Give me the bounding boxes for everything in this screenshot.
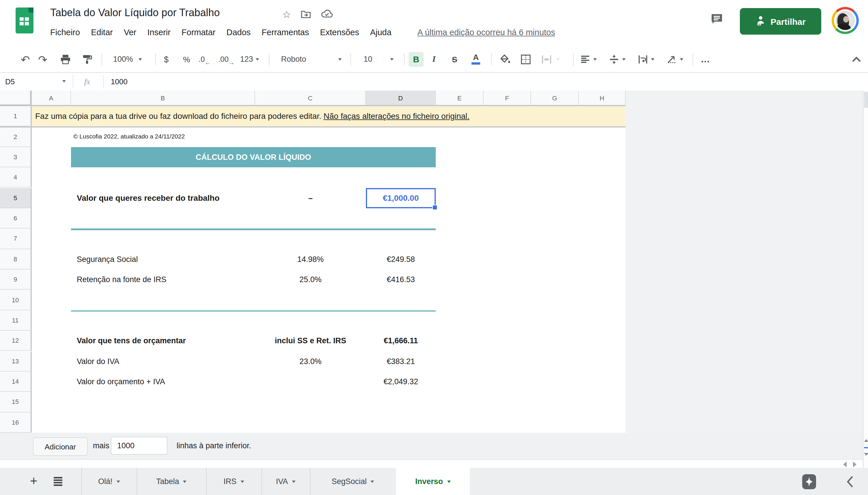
document-title[interactable]: Tabela do Valor Líquido por Trabalho xyxy=(50,7,220,19)
menu-inserir[interactable]: Inserir xyxy=(147,28,171,37)
scroll-right-icon[interactable] xyxy=(853,462,856,467)
menu-ficheiro[interactable]: Ficheiro xyxy=(50,28,80,37)
row-header-4[interactable]: 4 xyxy=(0,167,32,188)
text-rotation-menu[interactable] xyxy=(667,46,683,72)
undo-icon[interactable]: ↶ xyxy=(21,46,30,72)
row-header-2[interactable]: 2 xyxy=(0,126,32,147)
last-edit-link[interactable]: A última edição ocorreu há 6 minutos xyxy=(418,28,555,37)
horizontal-scrollbar[interactable] xyxy=(0,459,863,468)
tab-irs[interactable]: IRS xyxy=(206,468,261,495)
italic-button[interactable]: I xyxy=(432,46,436,72)
select-all-corner[interactable] xyxy=(0,90,32,106)
row-header-10[interactable]: 10 xyxy=(0,290,32,310)
iva-pct-cell[interactable]: 23.0% xyxy=(255,351,366,372)
scroll-down-icon[interactable] xyxy=(864,453,868,456)
borders-icon[interactable] xyxy=(521,46,531,72)
row-header-8[interactable]: 8 xyxy=(0,249,32,269)
row-header-6[interactable]: 6 xyxy=(0,208,32,229)
paint-format-icon[interactable] xyxy=(82,46,92,72)
name-box-caret-icon[interactable] xyxy=(62,80,66,83)
row-header-7[interactable]: 7 xyxy=(0,229,32,249)
font-select[interactable]: Roboto xyxy=(281,46,342,72)
zoom-select[interactable]: 100% xyxy=(113,46,142,72)
irs-value-cell[interactable]: €416.53 xyxy=(366,269,436,290)
add-rows-button[interactable]: Adicionar xyxy=(33,437,88,456)
column-header-c[interactable]: C xyxy=(255,90,366,106)
column-header-h[interactable]: H xyxy=(579,90,626,106)
number-format-menu[interactable]: 123 xyxy=(240,46,259,72)
cloud-check-icon[interactable] xyxy=(321,9,333,21)
vertical-scrollbar[interactable] xyxy=(863,90,868,468)
prev-sheets-chevron-icon[interactable] xyxy=(846,475,854,490)
star-icon[interactable]: ☆ xyxy=(282,8,291,20)
menu-ver[interactable]: Ver xyxy=(124,28,136,37)
increase-decimals-button[interactable]: .00→ xyxy=(218,46,234,72)
all-sheets-icon[interactable] xyxy=(53,477,63,489)
total-value-cell[interactable]: €2,049.32 xyxy=(366,372,436,392)
ss-label-cell[interactable]: Segurança Social xyxy=(77,249,138,269)
tab-iva[interactable]: IVA xyxy=(261,468,310,495)
budget-label-cell[interactable]: Valor que tens de orçamentar xyxy=(77,330,186,351)
row-header-1[interactable]: 1 xyxy=(0,106,32,126)
input-label-cell[interactable]: Valor que queres receber do trabalho xyxy=(77,188,220,208)
menu-ajuda[interactable]: Ajuda xyxy=(370,28,391,37)
empty-sheet-area[interactable] xyxy=(626,90,863,433)
notice-banner-cell[interactable]: Faz uma cópia para a tua drive ou faz do… xyxy=(32,106,626,126)
column-header-e[interactable]: E xyxy=(436,90,483,106)
text-wrap-menu[interactable] xyxy=(638,46,654,72)
horizontal-align-menu[interactable] xyxy=(581,46,597,72)
row-header-3[interactable]: 3 xyxy=(0,147,32,168)
menu-formatar[interactable]: Formatar xyxy=(182,28,216,37)
tab-ola[interactable]: Olá! xyxy=(81,468,137,495)
ss-value-cell[interactable]: €249.58 xyxy=(366,249,436,269)
name-box[interactable]: D5 xyxy=(5,73,15,90)
move-folder-icon[interactable] xyxy=(301,10,311,21)
section-title-cell[interactable]: CÁLCULO DO VALOR LÍQUIDO xyxy=(71,147,436,168)
comment-icon[interactable] xyxy=(711,13,723,28)
explore-sparkle-button[interactable] xyxy=(802,474,816,489)
row-header-9[interactable]: 9 xyxy=(0,269,32,290)
add-rows-count-input[interactable] xyxy=(111,437,167,455)
column-header-f[interactable]: F xyxy=(483,90,531,106)
row-header-12[interactable]: 12 xyxy=(0,330,32,351)
menu-dados[interactable]: Dados xyxy=(226,28,251,37)
column-header-d[interactable]: D xyxy=(366,90,436,106)
row-header-15[interactable]: 15 xyxy=(0,392,32,412)
strikethrough-button[interactable]: S xyxy=(452,46,457,72)
menu-editar[interactable]: Editar xyxy=(91,28,113,37)
selected-cell-d5[interactable]: €1,000.00 xyxy=(366,188,436,208)
irs-pct-cell[interactable]: 25.0% xyxy=(255,269,366,290)
row-header-16[interactable]: 16 xyxy=(0,412,32,433)
collapse-toolbar-icon[interactable] xyxy=(852,46,861,72)
add-sheet-icon[interactable]: + xyxy=(30,468,37,495)
formula-input[interactable]: 1000 xyxy=(111,73,127,90)
vertical-scrollbar-thumb[interactable] xyxy=(864,92,868,108)
budget-value-cell[interactable]: €1,666.11 xyxy=(366,330,436,351)
tab-tabela[interactable]: Tabela xyxy=(137,468,206,495)
share-button[interactable]: Partilhar xyxy=(740,8,821,35)
more-toolbar-button[interactable]: … xyxy=(701,46,710,72)
column-header-a[interactable]: A xyxy=(32,90,71,106)
decrease-decimals-button[interactable]: .0← xyxy=(199,46,211,72)
row-header-11[interactable]: 11 xyxy=(0,310,32,331)
fill-handle[interactable] xyxy=(432,205,438,210)
fill-color-icon[interactable] xyxy=(500,46,511,72)
font-size-select[interactable]: 10 xyxy=(363,46,394,72)
scroll-left-icon[interactable] xyxy=(843,462,847,467)
input-dash-cell[interactable]: – xyxy=(255,188,366,208)
total-label-cell[interactable]: Valor do orçamento + IVA xyxy=(77,372,165,392)
print-icon[interactable] xyxy=(60,46,71,72)
tab-inverso-active[interactable]: Inverso xyxy=(396,468,470,495)
column-header-b[interactable]: B xyxy=(71,90,255,106)
text-color-button[interactable]: A xyxy=(472,46,480,72)
merge-cells-icon[interactable] xyxy=(541,46,560,72)
iva-label-cell[interactable]: Valor do IVA xyxy=(77,351,119,372)
menu-ferramentas[interactable]: Ferramentas xyxy=(262,28,309,37)
scroll-up-icon[interactable] xyxy=(864,439,868,442)
copyright-cell[interactable]: © Luscofia 2022, atualizado a 24/11/2022 xyxy=(73,126,185,147)
tab-segsocial[interactable]: SegSocial xyxy=(310,468,396,495)
format-currency-button[interactable]: $ xyxy=(164,46,169,72)
ss-pct-cell[interactable]: 14.98% xyxy=(255,249,366,269)
format-percent-button[interactable]: % xyxy=(183,46,190,72)
irs-label-cell[interactable]: Retenção na fonte de IRS xyxy=(77,269,167,290)
